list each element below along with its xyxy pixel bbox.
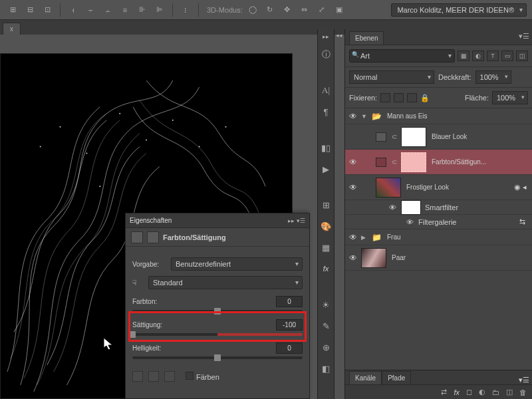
visibility-icon[interactable]: 👁 [348, 253, 358, 263]
properties-header[interactable]: Eigenschaften ▸▸ ▾☰ [126, 213, 309, 228]
layer-row[interactable]: 👁 Frostiger Look ◉ ◂ [345, 175, 532, 200]
brush-icon[interactable]: ✎ [319, 319, 332, 332]
layer-row-selected[interactable]: 👁 ⊂ Farbton/Sättigun... [345, 150, 532, 175]
tool-icon[interactable]: ⊞ [5, 3, 20, 17]
align-icon[interactable]: ⫠ [100, 3, 115, 17]
layer-mask-thumbnail[interactable] [401, 152, 426, 172]
smartfilter-row[interactable]: 👁 Smartfilter [345, 200, 532, 215]
tool-icon[interactable]: ⊟ [23, 3, 37, 17]
visibility-icon[interactable]: 👁 [348, 112, 358, 121]
filter-item[interactable]: 👁 Filtergalerie ⇆ [345, 215, 532, 229]
lightness-slider[interactable] [132, 356, 303, 359]
styles-icon[interactable]: fx [319, 262, 332, 275]
lightness-value[interactable]: 0 [276, 342, 303, 354]
expand-icon[interactable]: ◂◂ [336, 32, 342, 39]
lock-pixels-icon[interactable] [380, 93, 390, 102]
colorize-checkbox[interactable]: Färben [186, 372, 219, 381]
blend-mode-dropdown[interactable]: Normal [349, 70, 434, 84]
lock-icon[interactable]: 🔒 [420, 94, 430, 102]
channel-dropdown[interactable]: Standard [148, 276, 303, 289]
roll-icon[interactable]: ↻ [263, 3, 277, 17]
layer-thumbnail[interactable] [376, 178, 401, 198]
fx-icon[interactable]: fx [454, 388, 460, 396]
expand-icon[interactable]: ▶ [361, 234, 369, 241]
layer-row[interactable]: 👁 Paar [345, 245, 532, 271]
character-icon[interactable]: A| [319, 84, 332, 97]
adjustments-icon[interactable]: ☀ [319, 298, 332, 311]
saturation-slider[interactable] [132, 333, 303, 336]
link-layers-icon[interactable]: ⇄ [441, 388, 447, 396]
visibility-icon[interactable]: 👁 [348, 233, 358, 242]
link-icon[interactable]: ⊂ [392, 133, 397, 140]
color-icon[interactable]: 🎨 [319, 219, 332, 233]
adjustment-icon[interactable]: ◐ [479, 388, 485, 396]
tab-pfade[interactable]: Pfade [382, 371, 411, 384]
visibility-icon[interactable]: 👁 [348, 183, 358, 192]
layer-group[interactable]: 👁 ▶ 📁 Frau [345, 229, 532, 245]
trash-icon[interactable]: 🗑 [519, 388, 527, 396]
eyedropper-plus-icon[interactable] [148, 371, 159, 382]
layers-icon[interactable]: ◧ [319, 362, 332, 375]
swatches-icon[interactable]: ⊞ [319, 198, 332, 211]
layer-row[interactable]: ⊂ Blauer Look [345, 124, 532, 150]
filter-smart-icon[interactable]: ◫ [516, 51, 528, 61]
slide-icon[interactable]: ⇔ [297, 3, 312, 17]
lock-position-icon[interactable] [394, 93, 404, 102]
clone-icon[interactable]: ⊕ [319, 340, 332, 354]
layer-group[interactable]: 👁 ▼ 📂 Mann aus Eis [345, 108, 532, 124]
hue-slider[interactable] [132, 310, 303, 313]
align-icon[interactable]: ⊫ [152, 3, 167, 17]
eyedropper-minus-icon[interactable] [164, 371, 175, 382]
tab-ebenen[interactable]: Ebenen [349, 31, 384, 45]
filter-pixel-icon[interactable]: ▩ [458, 51, 469, 61]
scale-icon[interactable]: ⤢ [315, 3, 329, 17]
saturation-value[interactable]: -100 [276, 319, 303, 331]
preset-dropdown[interactable]: Benutzerdefiniert [171, 257, 303, 271]
histogram-icon[interactable]: ▮▯ [319, 141, 332, 154]
workspace-selector[interactable]: Marco Kolditz, MEER DER IDEEN® [391, 3, 527, 17]
filter-adjust-icon[interactable]: ◐ [472, 51, 484, 61]
document-tab[interactable]: x [3, 23, 21, 35]
filter-type-icon[interactable]: T [487, 51, 499, 61]
align-icon[interactable]: ⫟ [83, 3, 98, 17]
mask-icon[interactable]: ◻ [466, 388, 472, 396]
collapse-icon[interactable]: ▸▸ ▾☰ [288, 217, 305, 224]
layer-thumbnail[interactable] [401, 127, 426, 147]
options-bar: ⊞ ⊟ ⊡ ⫞ ⫟ ⫠ ≡ ⊪ ⊫ ⫶ 3D-Modus: ◯ ↻ ✥ ⇔ ⤢ … [0, 0, 532, 20]
panel-menu-icon[interactable]: ▾☰ [519, 32, 529, 41]
filter-options-icon[interactable]: ⇆ [519, 217, 525, 226]
close-icon[interactable]: x [10, 25, 13, 33]
distribute-icon[interactable]: ⫶ [178, 3, 193, 17]
navigator-icon[interactable]: ▦ [319, 241, 332, 254]
group-icon[interactable]: 🗀 [492, 388, 499, 396]
filter-mask-thumbnail[interactable] [401, 200, 421, 215]
visibility-icon[interactable]: 👁 [348, 158, 358, 167]
link-icon[interactable]: ⊂ [392, 158, 397, 166]
lock-all-icon[interactable] [407, 93, 417, 102]
eyedropper-icon[interactable] [132, 371, 143, 382]
expand-icon[interactable]: ▼ [361, 113, 369, 120]
tool-icon[interactable]: ⊡ [40, 3, 55, 17]
fill-value[interactable]: 100% [492, 91, 528, 104]
paragraph-icon[interactable]: ¶ [319, 105, 332, 118]
hand-icon[interactable]: ☟ [132, 279, 144, 287]
play-icon[interactable]: ▶ [319, 162, 332, 176]
align-icon[interactable]: ⫞ [66, 3, 80, 17]
layer-thumbnail[interactable] [361, 248, 386, 268]
new-layer-icon[interactable]: ◫ [506, 388, 513, 396]
align-icon[interactable]: ≡ [118, 3, 132, 17]
visibility-icon[interactable]: 👁 [388, 203, 397, 211]
camera-icon[interactable]: ▣ [332, 3, 346, 17]
visibility-icon[interactable]: 👁 [405, 218, 414, 226]
info-icon[interactable]: ⓘ [319, 48, 332, 61]
orbit-icon[interactable]: ◯ [245, 3, 260, 17]
hue-value[interactable]: 0 [276, 296, 303, 307]
layer-filter-dropdown[interactable]: Art [349, 49, 455, 63]
align-icon[interactable]: ⊪ [135, 3, 150, 17]
tab-kanaele[interactable]: Kanäle [349, 371, 382, 384]
pan-icon[interactable]: ✥ [280, 3, 295, 17]
filter-shape-icon[interactable]: ▭ [501, 51, 513, 61]
panel-menu-icon[interactable]: ▾☰ [519, 376, 529, 384]
expand-dock-icon[interactable]: ▸▸ [323, 33, 329, 40]
opacity-value[interactable]: 100% [475, 70, 511, 84]
